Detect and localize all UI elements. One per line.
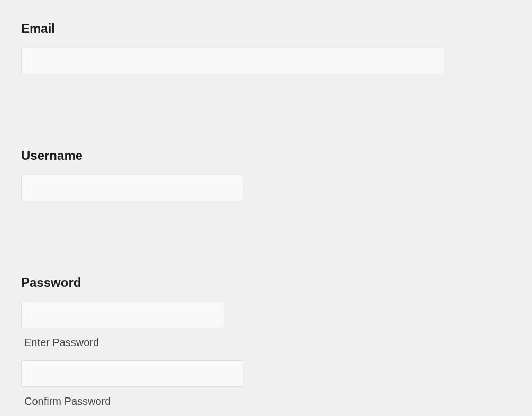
email-group: Email — [21, 21, 511, 74]
username-group: Username — [21, 148, 511, 201]
password-group: Password Enter Password Confirm Password — [21, 275, 511, 408]
confirm-password-field[interactable] — [21, 360, 243, 387]
password-field[interactable] — [21, 302, 224, 328]
email-label: Email — [21, 21, 511, 36]
password-label: Password — [21, 275, 511, 290]
email-field[interactable] — [21, 48, 444, 74]
username-label: Username — [21, 148, 511, 163]
confirm-password-helper: Confirm Password — [24, 395, 511, 408]
password-helper: Enter Password — [24, 337, 511, 349]
username-field[interactable] — [21, 175, 243, 201]
